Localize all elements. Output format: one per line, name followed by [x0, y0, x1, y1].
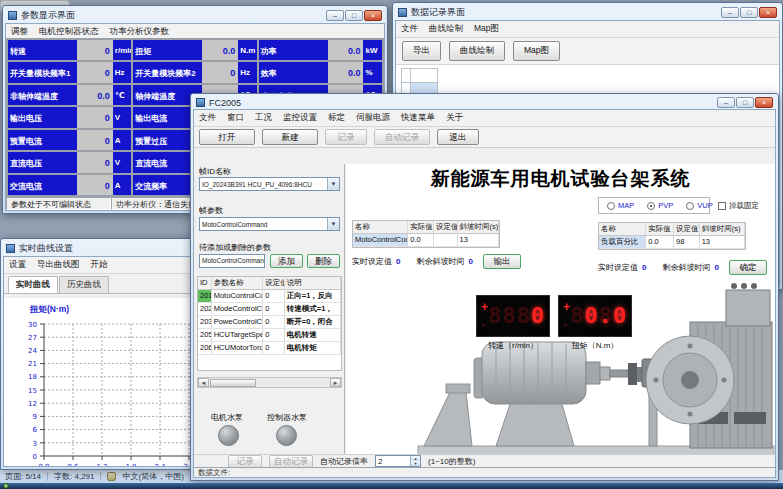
chevron-down-icon[interactable]: ▼: [327, 218, 339, 230]
menu-item-file[interactable]: 文件: [199, 112, 216, 124]
minimize-button[interactable]: –: [717, 97, 735, 108]
col-header-setvalue[interactable]: 设定值: [263, 277, 285, 289]
param-window-titlebar[interactable]: 参数显示界面 – □ ×: [5, 8, 385, 23]
frame-param-combo[interactable]: MotoControlCommand ▼: [199, 217, 340, 231]
fc2005-menubar: 文件 窗口 工况 监控设置 标定 伺服电源 快速菜单 关于: [194, 110, 775, 127]
start-button[interactable]: [3, 483, 9, 489]
table-row[interactable]: MotoControlCommand 0.0 13: [353, 234, 499, 247]
auto-record-button-bottom[interactable]: 自动记录: [269, 455, 313, 468]
menu-item-quick-menu[interactable]: 快速菜单: [401, 112, 435, 124]
radio-vup[interactable]: VUP: [686, 201, 712, 210]
radio-map[interactable]: MAP: [607, 201, 634, 210]
cell-ramp[interactable]: 13: [700, 236, 745, 248]
cell-name: MotoControlCommand: [212, 290, 264, 302]
record-button-bottom[interactable]: 记录: [228, 455, 262, 468]
param-unit: r/min: [113, 40, 132, 60]
param-label: 效率: [259, 62, 328, 82]
param-name-input[interactable]: MotoControlCommand: [199, 254, 265, 268]
checkbox-icon[interactable]: [718, 202, 726, 210]
grid-header-cell: [410, 68, 438, 83]
maximize-button[interactable]: □: [736, 97, 754, 108]
close-button[interactable]: ×: [759, 7, 777, 18]
menu-item[interactable]: 设置: [9, 259, 26, 271]
table-row[interactable]: 205 HCUTargetSpeed 0 电机转速: [198, 329, 341, 342]
col-header-id[interactable]: ID: [198, 277, 212, 289]
load-command-table[interactable]: 名称 实际值 设定值 斜坡时间(s) 负载百分比 0.0 98 13: [598, 222, 746, 250]
window-title: 实时曲线设置: [19, 242, 73, 255]
rate-spinner[interactable]: 2 ▲▼: [375, 455, 421, 467]
new-button[interactable]: 新建: [262, 129, 318, 145]
radio-pvp[interactable]: PVP: [647, 201, 673, 210]
delete-button[interactable]: 删除: [307, 254, 340, 268]
close-button[interactable]: ×: [364, 10, 382, 21]
output-button[interactable]: 输出: [483, 254, 521, 269]
tab-realtime-curve[interactable]: 实时曲线: [8, 276, 58, 293]
add-button[interactable]: 添加: [270, 254, 303, 268]
tab-history-curve[interactable]: 历史曲线: [59, 276, 109, 293]
system-title: 新能源车用电机试验台架系统: [346, 166, 775, 192]
cell-name: HCUMotorTorque: [212, 342, 264, 354]
param-label: 非轴伸端温度: [8, 85, 77, 105]
cell-ramp[interactable]: 13: [458, 234, 499, 246]
maximize-button[interactable]: □: [740, 7, 758, 18]
col-header-desc[interactable]: 说明: [285, 277, 341, 289]
menu-item[interactable]: 功率分析仪参数: [110, 26, 170, 38]
cell-set[interactable]: 98: [674, 236, 700, 248]
menu-item-window[interactable]: 窗口: [227, 112, 244, 124]
exit-button[interactable]: 退出: [437, 129, 479, 145]
table-row[interactable]: 202 ModeControlCommand 0 转速模式=1，: [198, 303, 341, 316]
horizontal-scrollbar[interactable]: ◄ ►: [197, 377, 342, 388]
param-label: 开关量模块频率1: [8, 62, 77, 82]
scroll-right-icon[interactable]: ►: [330, 378, 341, 387]
export-button[interactable]: 导出: [402, 41, 441, 61]
language-indicator[interactable]: 中文(简体，中国): [122, 471, 183, 482]
menu-item-servo-power[interactable]: 伺服电源: [356, 112, 390, 124]
close-button[interactable]: ×: [755, 97, 773, 108]
menu-item[interactable]: 文件: [401, 23, 418, 35]
cell-id: 206: [198, 342, 212, 354]
menu-item-condition[interactable]: 工况: [255, 112, 272, 124]
table-row[interactable]: 负载百分比 0.0 98 13: [599, 236, 745, 249]
load-hold-checkbox[interactable]: 掉载固定: [718, 201, 759, 211]
frame-param-table[interactable]: ID 参数名称 设定值 说明 201 MotoControlCommand 0 …: [197, 276, 342, 371]
radio-icon[interactable]: [607, 202, 615, 210]
chevron-down-icon[interactable]: ▼: [327, 178, 339, 190]
menu-item-calibration[interactable]: 标定: [328, 112, 345, 124]
param-row: 转速0r/min 扭矩0.0N.m 功率0.0kW: [8, 40, 382, 60]
output-command-table[interactable]: 名称 实际值 设定值 斜坡时间(s) MotoControlCommand 0.…: [352, 220, 500, 248]
table-row[interactable]: 206 HCUMotorTorque 0 电机转矩: [198, 342, 341, 355]
maximize-button[interactable]: □: [345, 10, 363, 21]
fc2005-bottom-bar: 记录 自动记录 自动记录倍率 2 ▲▼ (1~10的整数): [194, 454, 775, 467]
menu-item[interactable]: 开始: [91, 259, 108, 271]
fc2005-titlebar[interactable]: FC2005 – □ ×: [193, 96, 776, 109]
minimize-button[interactable]: –: [326, 10, 344, 21]
param-value: 0: [77, 107, 113, 127]
minimize-button[interactable]: –: [721, 7, 739, 18]
menu-item[interactable]: 导出曲线图: [37, 259, 80, 271]
menu-item-about[interactable]: 关于: [446, 112, 463, 124]
rate-value[interactable]: 2: [376, 456, 410, 466]
record-button[interactable]: 记录: [325, 129, 367, 145]
map-chart-button[interactable]: Map图: [513, 41, 560, 61]
spin-down-icon[interactable]: ▼: [411, 461, 420, 466]
scrollbar-thumb[interactable]: [210, 379, 256, 387]
menu-item[interactable]: 调整: [11, 26, 28, 38]
table-row[interactable]: 203 PoweControlCommand 0 断开=0，闭合: [198, 316, 341, 329]
menu-item[interactable]: 曲线绘制: [429, 23, 463, 35]
scroll-left-icon[interactable]: ◄: [198, 378, 209, 387]
confirm-button[interactable]: 确定: [729, 260, 767, 275]
auto-record-button[interactable]: 自动记录: [374, 129, 430, 145]
menu-item-monitor-settings[interactable]: 监控设置: [283, 112, 317, 124]
table-row[interactable]: 201 MotoControlCommand 0 正向=1，反向: [198, 290, 341, 303]
frame-id-combo[interactable]: IO_20243B391 HCU_PU_4096:8HCU ▼: [199, 177, 340, 191]
record-window-titlebar[interactable]: 数据记录界面 – □ ×: [395, 5, 780, 20]
cell-set[interactable]: [434, 234, 458, 246]
menu-item[interactable]: Map图: [474, 23, 499, 35]
col-header-name[interactable]: 参数名称: [212, 277, 264, 289]
radio-icon-selected[interactable]: [647, 202, 655, 210]
taskbar[interactable]: [0, 483, 783, 489]
plot-curve-button[interactable]: 曲线绘制: [449, 41, 505, 61]
radio-icon[interactable]: [686, 202, 694, 210]
open-button[interactable]: 打开: [199, 129, 255, 145]
menu-item[interactable]: 电机控制器状态: [39, 26, 99, 38]
